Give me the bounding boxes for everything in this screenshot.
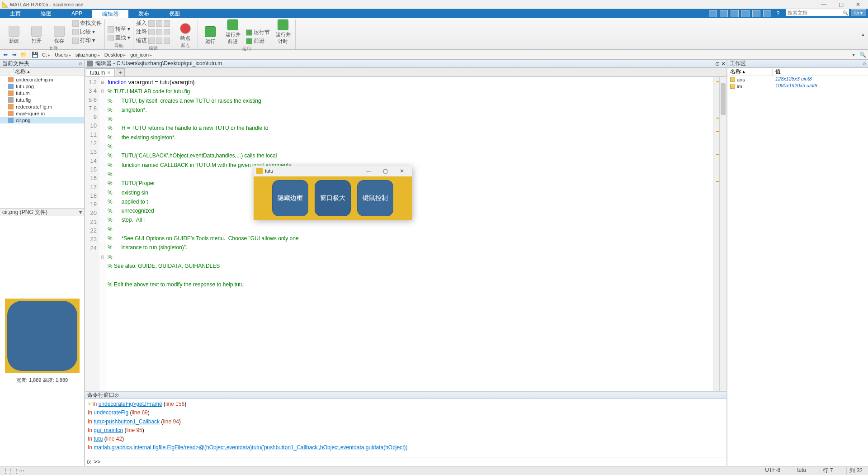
variable-icon: [730, 77, 735, 82]
workspace-header: 工作区 ⊙: [727, 60, 868, 68]
add-tab-button[interactable]: +: [116, 68, 125, 76]
save-file-button[interactable]: 保存: [50, 26, 69, 44]
advance-button[interactable]: 前进: [246, 37, 270, 45]
run-button[interactable]: 运行: [201, 26, 220, 45]
editor-tab[interactable]: tutu.m✕: [86, 68, 115, 76]
file-item[interactable]: tutu.png: [0, 83, 84, 90]
nav-up[interactable]: 📁: [20, 51, 27, 58]
popup-maximize[interactable]: ▢: [378, 168, 392, 174]
ribbon-collapse[interactable]: ▴: [860, 19, 866, 49]
nav-back[interactable]: ⬅: [2, 51, 9, 58]
ribbon-tab-0[interactable]: 主页: [0, 9, 31, 18]
popup-action-button[interactable]: 窗口极大: [315, 180, 351, 216]
popup-title-bar[interactable]: tutu — ▢ ✕: [254, 166, 412, 176]
group-label: 文件: [49, 45, 58, 52]
address-bar: ⬅ ➡ 📁 💾 C:UserssjtuzhangDesktopgui_icon …: [0, 50, 868, 60]
quickaccess-icon[interactable]: [720, 10, 728, 17]
help-icon[interactable]: ?: [774, 10, 782, 17]
window-maximize[interactable]: ▢: [835, 1, 846, 8]
breadcrumb-segment[interactable]: Desktop: [103, 52, 128, 57]
command-window[interactable]: > In undecorateFig>getJFrame (line 156) …: [85, 399, 726, 457]
title-bar: 📐 MATLAB R2020a - academic use — ▢ ✕: [0, 0, 868, 9]
right-panel: 工作区 ⊙ 名称 ▴ 值 ans128x128x3 uint8im1080x19…: [726, 60, 868, 466]
quickaccess-icon[interactable]: [763, 10, 771, 17]
quickaccess-icon[interactable]: [731, 10, 739, 17]
ribbon-tab-2[interactable]: APP: [61, 9, 92, 18]
file-item[interactable]: maxFigure.m: [0, 110, 84, 117]
detail-dropdown-icon[interactable]: ▾: [79, 209, 82, 215]
nav-forward[interactable]: ➡: [11, 51, 18, 58]
ribbon-toolbar: 新建 打开 保存 查找文件 比较 ▾ 打印 ▾ 文件 转至 ▾ 查找 ▾ 导航 …: [0, 18, 868, 50]
app-title: MATLAB R2020a - academic use: [10, 2, 818, 7]
code-editor[interactable]: 1 2 3 4 5 6 7 8 9 10 11 12 13 14 15 16 1…: [85, 77, 726, 391]
address-search-icon[interactable]: 🔍: [859, 51, 866, 58]
fx-icon[interactable]: fx: [87, 459, 91, 465]
editor-scrollbar[interactable]: [719, 77, 726, 391]
file-item[interactable]: cir.png: [0, 117, 84, 124]
file-type-icon: [8, 84, 14, 89]
variable-icon: [730, 84, 735, 89]
goto-button[interactable]: 转至 ▾: [108, 25, 130, 33]
command-prompt[interactable]: fx>>: [85, 457, 726, 466]
workspace-row[interactable]: ans128x128x3 uint8: [727, 76, 868, 83]
run-advance-button[interactable]: 运行并 前进: [223, 19, 242, 45]
run-section-button[interactable]: 运行节: [246, 28, 270, 36]
find-files-button[interactable]: 查找文件: [72, 19, 102, 27]
editor-menu-icon[interactable]: ⊙: [715, 61, 720, 67]
comment-row[interactable]: 注释: [136, 28, 170, 36]
matlab-icon: 📐: [2, 1, 8, 8]
file-item[interactable]: redecorateFig.m: [0, 103, 84, 110]
workspace-row[interactable]: im1080x1920x3 uint8: [727, 83, 868, 90]
ribbon-tab-4[interactable]: 发布: [128, 9, 159, 18]
compare-button[interactable]: 比较 ▾: [72, 28, 102, 36]
quickaccess-icon[interactable]: [752, 10, 760, 17]
ribbon-tab-5[interactable]: 视图: [159, 9, 190, 18]
file-type-icon: [8, 97, 14, 103]
ribbon-tab-1[interactable]: 绘图: [31, 9, 61, 18]
window-minimize[interactable]: —: [818, 1, 829, 8]
address-dropdown[interactable]: ▾: [850, 51, 857, 58]
file-item[interactable]: tutu.m: [0, 90, 84, 96]
file-item[interactable]: undecorateFig.m: [0, 76, 84, 83]
status-row: 行 7: [820, 467, 835, 475]
breadcrumb-segment[interactable]: C:: [40, 52, 53, 57]
run-time-button[interactable]: 运行并 计时: [274, 19, 292, 45]
tab-close-icon[interactable]: ✕: [107, 70, 111, 75]
breadcrumb-segment[interactable]: gui_icon: [128, 52, 155, 57]
new-file-button[interactable]: 新建: [5, 26, 24, 44]
current-folder-header: 当前文件夹 ⊙: [0, 60, 84, 68]
editor-close-icon[interactable]: ✕: [721, 61, 726, 67]
workspace-columns[interactable]: 名称 ▴ 值: [727, 68, 868, 76]
status-col: 列 32: [846, 467, 865, 475]
ribbon-tab-3[interactable]: 编辑器: [92, 9, 128, 18]
nav-drive-icon[interactable]: 💾: [31, 51, 38, 58]
ws-name-column[interactable]: 名称 ▴: [727, 68, 773, 76]
breakpoints-button[interactable]: 断点: [176, 23, 195, 42]
user-menu[interactable]: lei ▾: [851, 9, 866, 16]
popup-close[interactable]: ✕: [395, 168, 409, 174]
open-file-button[interactable]: 打开: [27, 26, 46, 44]
file-type-icon: [8, 77, 14, 82]
popup-action-button[interactable]: 键鼠控制: [357, 180, 393, 216]
popup-minimize[interactable]: —: [361, 168, 376, 174]
breadcrumb-segment[interactable]: sjtuzhang: [74, 52, 103, 57]
window-close[interactable]: ✕: [853, 1, 863, 8]
ws-value-column[interactable]: 值: [773, 68, 868, 76]
breadcrumb-segment[interactable]: Users: [53, 52, 74, 57]
popup-action-button[interactable]: 隐藏边框: [272, 180, 308, 216]
cmd-menu-icon[interactable]: ⊙: [114, 392, 119, 399]
search-input[interactable]: 搜索文档: [786, 9, 849, 16]
indent-row[interactable]: 缩进: [136, 37, 170, 44]
file-name-column[interactable]: 📄 名称 ▴: [0, 68, 84, 76]
status-busy-icon: ⋮⋮⋮⋯: [3, 468, 24, 474]
quickaccess-icon[interactable]: [741, 10, 750, 17]
workspace-menu-icon[interactable]: ⊙: [862, 62, 867, 66]
find-button[interactable]: 查找 ▾: [108, 34, 130, 42]
insert-row[interactable]: 插入: [136, 19, 170, 27]
file-item[interactable]: tutu.fig: [0, 96, 84, 103]
panel-menu-icon[interactable]: ⊙: [78, 62, 83, 66]
quickaccess-icon[interactable]: [709, 10, 717, 17]
minimap[interactable]: [713, 77, 719, 391]
print-button[interactable]: 打印 ▾: [72, 37, 102, 44]
file-list: undecorateFig.mtutu.pngtutu.mtutu.figred…: [0, 76, 84, 124]
